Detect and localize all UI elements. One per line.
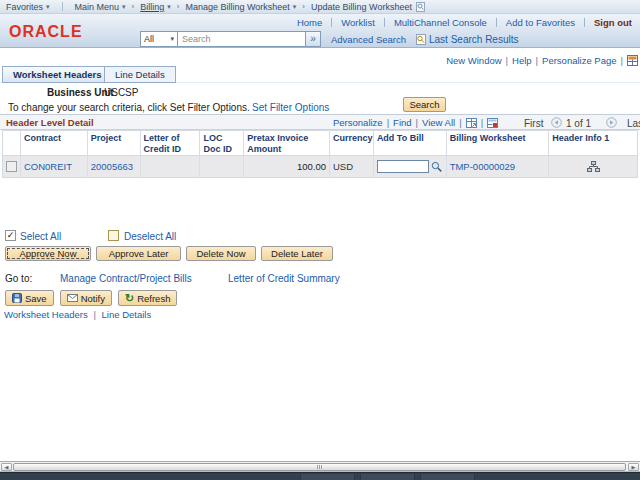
column-header-project[interactable]: Project <box>88 131 141 155</box>
approve-now-button[interactable]: Approve Now <box>5 246 91 261</box>
notify-button[interactable]: Notify <box>60 290 112 306</box>
pager-prev-icon[interactable] <box>551 117 562 128</box>
footer-worksheet-headers-link[interactable]: Worksheet Headers <box>4 309 88 320</box>
chevron-down-icon: ▾ <box>46 3 50 11</box>
grid-toolbar: Personalize | Find | View All | | <box>333 117 498 128</box>
deselect-all-link[interactable]: Deselect All <box>124 231 176 242</box>
column-header-header-info-1[interactable]: Header Info 1 <box>549 131 637 155</box>
project-link[interactable]: 20005663 <box>91 161 133 172</box>
nav-add-to-favorites-link[interactable]: Add to Favorites <box>506 17 575 28</box>
taskbar-segment <box>360 474 415 480</box>
lookup-magnifier-icon[interactable] <box>431 161 443 173</box>
billing-worksheet-link[interactable]: TMP-00000029 <box>450 161 515 172</box>
breadcrumb-separator-icon: › <box>132 2 135 11</box>
search-scope-dropdown[interactable]: All ▾ <box>140 31 178 47</box>
column-header-currency[interactable]: Currency <box>330 131 374 155</box>
contract-link[interactable]: CON0REIT <box>24 161 72 172</box>
breadcrumb-billing-label: Billing <box>140 2 164 12</box>
currency-cell: USD <box>330 156 374 177</box>
global-search-bar: All ▾ » Advanced Search Last Search Resu… <box>140 31 519 47</box>
filter-hint-text: To change your search criteria, click Se… <box>8 102 250 113</box>
refresh-button[interactable]: ↻ Refresh <box>118 290 177 306</box>
chevron-down-icon: ▾ <box>122 3 126 11</box>
search-input[interactable] <box>178 31 306 47</box>
business-unit-row: Business Unit USCSP <box>0 87 640 99</box>
nav-home-link[interactable]: Home <box>297 17 322 28</box>
header-banner: ORACLE Home Worklist MultiChannel Consol… <box>0 14 640 48</box>
personalize-page-link[interactable]: Personalize Page <box>542 55 616 66</box>
advanced-search-link[interactable]: Advanced Search <box>331 34 406 45</box>
selection-row: ✓ Select All Deselect All <box>0 230 640 243</box>
set-filter-options-link[interactable]: Set Filter Options <box>252 102 329 113</box>
breadcrumb-manage-billing-worksheet[interactable]: Manage Billing Worksheet ▾ <box>185 2 296 12</box>
search-button[interactable]: Search <box>403 97 446 112</box>
nav-divider <box>331 18 332 27</box>
footer-line-details-link[interactable]: Line Details <box>102 309 152 320</box>
find-link[interactable]: Find <box>393 117 411 128</box>
save-icon <box>12 293 22 303</box>
nav-divider <box>496 18 497 27</box>
breadcrumb-main-menu-label: Main Menu <box>75 2 120 12</box>
breadcrumb-main-menu[interactable]: Main Menu ▾ <box>75 2 126 12</box>
grid-header-row: Contract Project Letter of Credit ID LOC… <box>2 130 638 156</box>
tab-worksheet-headers[interactable]: Worksheet Headers <box>2 66 113 83</box>
manage-contract-project-bills-link[interactable]: Manage Contract/Project Bills <box>60 273 192 284</box>
breadcrumb: Favorites ▾ Main Menu ▾ › Billing ▾ › Ma… <box>0 0 640 14</box>
nav-divider <box>384 18 385 27</box>
header-nav: Home Worklist MultiChannel Console Add t… <box>297 17 632 28</box>
tab-line-details[interactable]: Line Details <box>104 66 176 83</box>
approve-later-button[interactable]: Approve Later <box>96 246 181 261</box>
row-select-checkbox[interactable] <box>6 161 17 172</box>
new-window-link[interactable]: New Window <box>446 55 501 66</box>
last-search-results-icon <box>416 34 426 45</box>
link-separator: | <box>416 117 418 128</box>
personalize-link[interactable]: Personalize <box>333 117 383 128</box>
goto-label: Go to: <box>5 273 32 284</box>
select-column-header <box>3 131 21 155</box>
scrollbar-thumb[interactable] <box>13 463 626 471</box>
breadcrumb-favorites[interactable]: Favorites ▾ <box>6 2 50 12</box>
notify-envelope-icon <box>67 294 78 302</box>
delete-now-button[interactable]: Delete Now <box>186 246 256 261</box>
letter-of-credit-id-cell <box>141 156 201 177</box>
link-separator: | <box>387 117 389 128</box>
add-to-bill-input[interactable] <box>377 160 429 173</box>
scroll-left-button[interactable]: ◀ <box>1 463 12 471</box>
deselect-all-checkbox[interactable] <box>108 230 119 241</box>
search-scope-value: All <box>144 34 154 44</box>
hierarchy-icon[interactable] <box>587 161 600 172</box>
download-grid-icon[interactable] <box>487 118 498 128</box>
sign-out-link[interactable]: Sign out <box>594 17 632 28</box>
letter-of-credit-summary-link[interactable]: Letter of Credit Summary <box>228 273 340 284</box>
save-label: Save <box>25 293 47 304</box>
zoom-grid-icon[interactable] <box>466 118 477 128</box>
column-header-pretax-invoice-amount[interactable]: Pretax Invoice Amount <box>244 131 330 155</box>
nav-worklist-link[interactable]: Worklist <box>341 17 375 28</box>
last-search-results-link[interactable]: Last Search Results <box>429 34 519 45</box>
scroll-right-button[interactable]: ▶ <box>628 463 639 471</box>
taskbar-segment <box>420 474 475 480</box>
column-header-contract[interactable]: Contract <box>21 131 88 155</box>
help-link[interactable]: Help <box>512 55 532 66</box>
pager-count: 1 of 1 <box>566 118 591 129</box>
grid-section-bar: Header Level Detail Personalize | Find |… <box>0 114 640 130</box>
pager-next-icon[interactable] <box>606 117 617 128</box>
select-all-checkbox[interactable]: ✓ <box>5 230 16 241</box>
select-all-link[interactable]: Select All <box>20 231 61 242</box>
breadcrumb-favorites-label: Favorites <box>6 2 43 12</box>
nav-multichannel-console-link[interactable]: MultiChannel Console <box>394 17 487 28</box>
column-header-billing-worksheet[interactable]: Billing Worksheet <box>447 131 550 155</box>
chevron-down-icon: ▾ <box>167 3 171 11</box>
breadcrumb-billing[interactable]: Billing ▾ <box>140 2 171 12</box>
column-header-loc-doc-id[interactable]: LOC Doc ID <box>200 131 244 155</box>
column-header-letter-of-credit-id[interactable]: Letter of Credit ID <box>141 131 201 155</box>
horizontal-scrollbar[interactable]: ◀ ▶ <box>0 461 640 472</box>
link-separator: | <box>536 55 538 66</box>
breadcrumb-update-billing-worksheet[interactable]: Update Billing Worksheet <box>311 2 412 12</box>
column-header-add-to-bill[interactable]: Add To Bill <box>374 131 447 155</box>
delete-later-button[interactable]: Delete Later <box>261 246 333 261</box>
search-go-button[interactable]: » <box>306 31 321 47</box>
view-all-link[interactable]: View All <box>422 117 455 128</box>
http-icon[interactable] <box>627 55 638 66</box>
save-button[interactable]: Save <box>5 290 54 306</box>
